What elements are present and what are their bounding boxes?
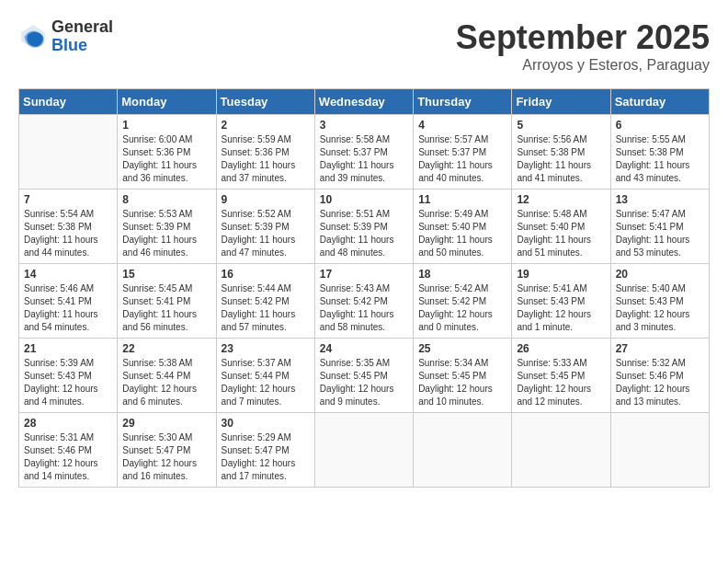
day-number: 13 xyxy=(616,193,704,206)
month-title: September 2025 xyxy=(456,18,710,57)
day-info: Sunrise: 5:38 AMSunset: 5:44 PMDaylight:… xyxy=(122,357,210,408)
day-number: 14 xyxy=(24,268,112,281)
calendar-cell: 5Sunrise: 5:56 AMSunset: 5:38 PMDaylight… xyxy=(512,115,610,190)
header-thursday: Thursday xyxy=(414,89,512,115)
logo-blue: Blue xyxy=(51,37,113,55)
calendar-cell: 27Sunrise: 5:32 AMSunset: 5:46 PMDayligh… xyxy=(610,339,709,413)
calendar-cell: 16Sunrise: 5:44 AMSunset: 5:42 PMDayligh… xyxy=(216,264,314,339)
logo-text: General Blue xyxy=(51,18,113,55)
day-info: Sunrise: 5:56 AMSunset: 5:38 PMDaylight:… xyxy=(517,133,605,185)
day-info: Sunrise: 5:39 AMSunset: 5:43 PMDaylight:… xyxy=(24,357,112,408)
calendar-cell: 3Sunrise: 5:58 AMSunset: 5:37 PMDaylight… xyxy=(314,115,413,190)
calendar-cell: 19Sunrise: 5:41 AMSunset: 5:43 PMDayligh… xyxy=(512,264,610,339)
day-info: Sunrise: 5:55 AMSunset: 5:38 PMDaylight:… xyxy=(616,133,704,185)
day-number: 4 xyxy=(418,119,506,132)
header-sunday: Sunday xyxy=(19,89,118,115)
day-number: 15 xyxy=(122,268,210,281)
day-number: 18 xyxy=(418,268,506,281)
calendar-cell: 13Sunrise: 5:47 AMSunset: 5:41 PMDayligh… xyxy=(610,190,709,264)
day-number: 28 xyxy=(24,417,112,430)
header-wednesday: Wednesday xyxy=(314,89,413,115)
calendar-header-row: SundayMondayTuesdayWednesdayThursdayFrid… xyxy=(19,89,710,115)
day-number: 20 xyxy=(616,268,704,281)
calendar-table: SundayMondayTuesdayWednesdayThursdayFrid… xyxy=(18,88,710,488)
title-block: September 2025 Arroyos y Esteros, Paragu… xyxy=(456,18,710,74)
day-number: 16 xyxy=(222,268,310,281)
calendar-cell: 22Sunrise: 5:38 AMSunset: 5:44 PMDayligh… xyxy=(118,339,216,413)
day-info: Sunrise: 5:32 AMSunset: 5:46 PMDaylight:… xyxy=(616,357,704,408)
day-info: Sunrise: 5:37 AMSunset: 5:44 PMDaylight:… xyxy=(222,357,310,408)
day-info: Sunrise: 6:00 AMSunset: 5:36 PMDaylight:… xyxy=(122,133,210,185)
calendar-cell: 20Sunrise: 5:40 AMSunset: 5:43 PMDayligh… xyxy=(610,264,709,339)
header-friday: Friday xyxy=(512,89,610,115)
day-number: 30 xyxy=(222,417,310,430)
day-info: Sunrise: 5:35 AMSunset: 5:45 PMDaylight:… xyxy=(320,357,408,408)
day-info: Sunrise: 5:41 AMSunset: 5:43 PMDaylight:… xyxy=(517,282,605,334)
day-info: Sunrise: 5:31 AMSunset: 5:46 PMDaylight:… xyxy=(24,431,112,483)
header-saturday: Saturday xyxy=(610,89,709,115)
calendar-cell: 17Sunrise: 5:43 AMSunset: 5:42 PMDayligh… xyxy=(314,264,413,339)
header-monday: Monday xyxy=(118,89,216,115)
day-number: 23 xyxy=(222,342,310,355)
calendar-cell: 11Sunrise: 5:49 AMSunset: 5:40 PMDayligh… xyxy=(414,190,512,264)
day-number: 7 xyxy=(24,193,112,206)
day-number: 5 xyxy=(517,119,605,132)
calendar-cell: 25Sunrise: 5:34 AMSunset: 5:45 PMDayligh… xyxy=(414,339,512,413)
calendar-cell: 28Sunrise: 5:31 AMSunset: 5:46 PMDayligh… xyxy=(19,413,118,488)
day-number: 29 xyxy=(122,417,210,430)
day-info: Sunrise: 5:40 AMSunset: 5:43 PMDaylight:… xyxy=(616,282,704,334)
calendar-cell: 2Sunrise: 5:59 AMSunset: 5:36 PMDaylight… xyxy=(216,115,314,190)
day-number: 24 xyxy=(320,342,408,355)
day-info: Sunrise: 5:43 AMSunset: 5:42 PMDaylight:… xyxy=(320,282,408,334)
calendar-cell: 7Sunrise: 5:54 AMSunset: 5:38 PMDaylight… xyxy=(19,190,118,264)
logo-icon xyxy=(18,22,48,52)
day-info: Sunrise: 5:30 AMSunset: 5:47 PMDaylight:… xyxy=(122,431,210,483)
day-number: 10 xyxy=(320,193,408,206)
calendar-week-5: 28Sunrise: 5:31 AMSunset: 5:46 PMDayligh… xyxy=(19,413,710,488)
day-info: Sunrise: 5:48 AMSunset: 5:40 PMDaylight:… xyxy=(517,208,605,259)
day-info: Sunrise: 5:49 AMSunset: 5:40 PMDaylight:… xyxy=(418,208,506,259)
calendar-cell xyxy=(610,413,709,488)
calendar-cell: 29Sunrise: 5:30 AMSunset: 5:47 PMDayligh… xyxy=(118,413,216,488)
day-number: 21 xyxy=(24,342,112,355)
calendar-cell xyxy=(19,115,118,190)
day-info: Sunrise: 5:52 AMSunset: 5:39 PMDaylight:… xyxy=(222,208,310,259)
day-info: Sunrise: 5:51 AMSunset: 5:39 PMDaylight:… xyxy=(320,208,408,259)
calendar-cell: 8Sunrise: 5:53 AMSunset: 5:39 PMDaylight… xyxy=(118,190,216,264)
day-info: Sunrise: 5:47 AMSunset: 5:41 PMDaylight:… xyxy=(616,208,704,259)
day-number: 17 xyxy=(320,268,408,281)
day-number: 2 xyxy=(222,119,310,132)
day-info: Sunrise: 5:54 AMSunset: 5:38 PMDaylight:… xyxy=(24,208,112,259)
calendar-cell: 10Sunrise: 5:51 AMSunset: 5:39 PMDayligh… xyxy=(314,190,413,264)
calendar-cell: 12Sunrise: 5:48 AMSunset: 5:40 PMDayligh… xyxy=(512,190,610,264)
calendar-cell: 15Sunrise: 5:45 AMSunset: 5:41 PMDayligh… xyxy=(118,264,216,339)
day-info: Sunrise: 5:58 AMSunset: 5:37 PMDaylight:… xyxy=(320,133,408,185)
calendar-cell: 6Sunrise: 5:55 AMSunset: 5:38 PMDaylight… xyxy=(610,115,709,190)
day-number: 22 xyxy=(122,342,210,355)
day-number: 26 xyxy=(517,342,605,355)
day-info: Sunrise: 5:57 AMSunset: 5:37 PMDaylight:… xyxy=(418,133,506,185)
day-number: 3 xyxy=(320,119,408,132)
day-number: 11 xyxy=(418,193,506,206)
calendar-cell: 23Sunrise: 5:37 AMSunset: 5:44 PMDayligh… xyxy=(216,339,314,413)
day-number: 19 xyxy=(517,268,605,281)
page-header: General Blue September 2025 Arroyos y Es… xyxy=(18,18,710,74)
day-info: Sunrise: 5:46 AMSunset: 5:41 PMDaylight:… xyxy=(24,282,112,334)
day-info: Sunrise: 5:53 AMSunset: 5:39 PMDaylight:… xyxy=(122,208,210,259)
day-number: 25 xyxy=(418,342,506,355)
calendar-cell: 1Sunrise: 6:00 AMSunset: 5:36 PMDaylight… xyxy=(118,115,216,190)
calendar-cell xyxy=(414,413,512,488)
logo: General Blue xyxy=(18,18,113,55)
calendar-cell: 26Sunrise: 5:33 AMSunset: 5:45 PMDayligh… xyxy=(512,339,610,413)
location-subtitle: Arroyos y Esteros, Paraguay xyxy=(456,57,710,74)
day-number: 12 xyxy=(517,193,605,206)
calendar-cell: 18Sunrise: 5:42 AMSunset: 5:42 PMDayligh… xyxy=(414,264,512,339)
day-info: Sunrise: 5:45 AMSunset: 5:41 PMDaylight:… xyxy=(122,282,210,334)
calendar-week-1: 1Sunrise: 6:00 AMSunset: 5:36 PMDaylight… xyxy=(19,115,710,190)
day-info: Sunrise: 5:29 AMSunset: 5:47 PMDaylight:… xyxy=(222,431,310,483)
calendar-cell xyxy=(314,413,413,488)
calendar-cell: 14Sunrise: 5:46 AMSunset: 5:41 PMDayligh… xyxy=(19,264,118,339)
calendar-cell: 9Sunrise: 5:52 AMSunset: 5:39 PMDaylight… xyxy=(216,190,314,264)
logo-general: General xyxy=(51,18,113,37)
day-number: 8 xyxy=(122,193,210,206)
